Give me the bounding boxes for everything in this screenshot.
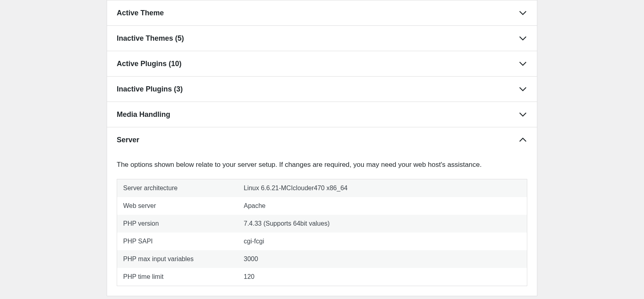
panel-header-active-plugins[interactable]: Active Plugins (10) [107,51,537,76]
panel-title: Active Theme [117,9,164,17]
panel-active-theme: Active Theme [107,0,537,26]
table-row: Web serverApache [117,197,527,215]
panel-server: Server The options shown below relate to… [107,127,537,296]
panel-inactive-plugins: Inactive Plugins (3) [107,77,537,102]
site-health-container: Active Theme Inactive Themes (5) Active … [107,0,537,296]
panel-header-server[interactable]: Server [107,127,537,152]
row-value: Linux 6.6.21-MCIclouder470 x86_64 [238,179,527,197]
row-value: 120 [238,268,527,286]
row-label: PHP SAPI [117,233,238,250]
row-label: PHP max input variables [117,250,238,268]
chevron-down-icon [518,85,527,93]
panel-title: Server [117,136,139,144]
panel-header-media-handling[interactable]: Media Handling [107,102,537,127]
panel-body-server: The options shown below relate to your s… [107,160,537,296]
chevron-down-icon [518,34,527,43]
panel-title: Inactive Plugins (3) [117,85,183,93]
row-label: PHP version [117,215,238,233]
panel-title: Media Handling [117,110,170,119]
panel-header-inactive-plugins[interactable]: Inactive Plugins (3) [107,77,537,102]
server-description: The options shown below relate to your s… [117,160,527,170]
row-value: cgi-fcgi [238,233,527,250]
row-value: 3000 [238,250,527,268]
chevron-down-icon [518,59,527,68]
row-value: Apache [238,197,527,215]
panel-header-active-theme[interactable]: Active Theme [107,0,537,25]
table-row: PHP time limit120 [117,268,527,286]
table-row: PHP version7.4.33 (Supports 64bit values… [117,215,527,233]
panel-inactive-themes: Inactive Themes (5) [107,26,537,51]
panel-active-plugins: Active Plugins (10) [107,51,537,77]
row-label: PHP time limit [117,268,238,286]
panel-media-handling: Media Handling [107,102,537,127]
table-row: Server architectureLinux 6.6.21-MCIcloud… [117,179,527,197]
table-row: PHP max input variables3000 [117,250,527,268]
server-info-table: Server architectureLinux 6.6.21-MCIcloud… [117,179,527,286]
chevron-up-icon [518,135,527,144]
row-value: 7.4.33 (Supports 64bit values) [238,215,527,233]
panel-title: Active Plugins (10) [117,60,182,68]
row-label: Server architecture [117,179,238,197]
row-label: Web server [117,197,238,215]
chevron-down-icon [518,110,527,119]
panel-header-inactive-themes[interactable]: Inactive Themes (5) [107,26,537,51]
panel-title: Inactive Themes (5) [117,34,184,43]
chevron-down-icon [518,8,527,17]
table-row: PHP SAPIcgi-fcgi [117,233,527,250]
